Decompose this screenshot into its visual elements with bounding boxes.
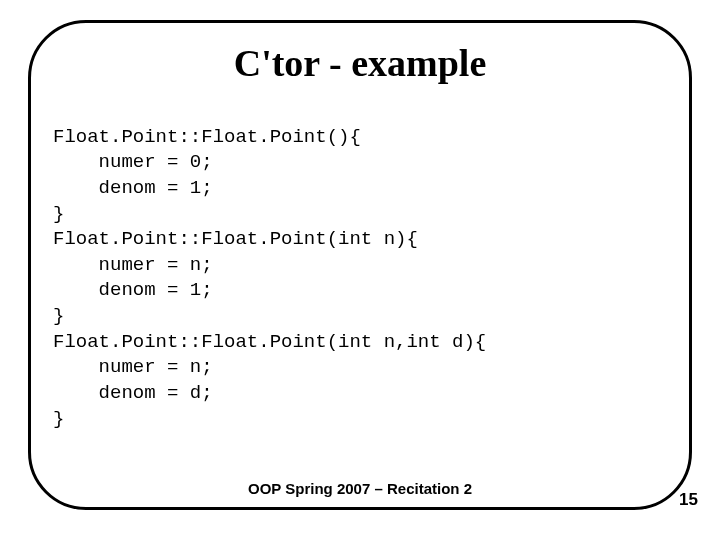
code-line: denom = 1; — [53, 279, 213, 301]
code-line: Float.Point::Float.Point(){ — [53, 126, 361, 148]
slide-frame: C'tor - example Float.Point::Float.Point… — [28, 20, 692, 510]
code-line: } — [53, 203, 64, 225]
code-line: Float.Point::Float.Point(int n,int d){ — [53, 331, 486, 353]
code-line: } — [53, 305, 64, 327]
code-line: numer = 0; — [53, 151, 213, 173]
code-line: Float.Point::Float.Point(int n){ — [53, 228, 418, 250]
code-line: denom = 1; — [53, 177, 213, 199]
code-line: numer = n; — [53, 356, 213, 378]
code-line: denom = d; — [53, 382, 213, 404]
slide-title: C'tor - example — [53, 41, 667, 85]
code-line: numer = n; — [53, 254, 213, 276]
slide-footer: OOP Spring 2007 – Recitation 2 — [31, 480, 689, 497]
code-block: Float.Point::Float.Point(){ numer = 0; d… — [53, 99, 667, 432]
page-number: 15 — [679, 490, 698, 510]
code-line: } — [53, 408, 64, 430]
